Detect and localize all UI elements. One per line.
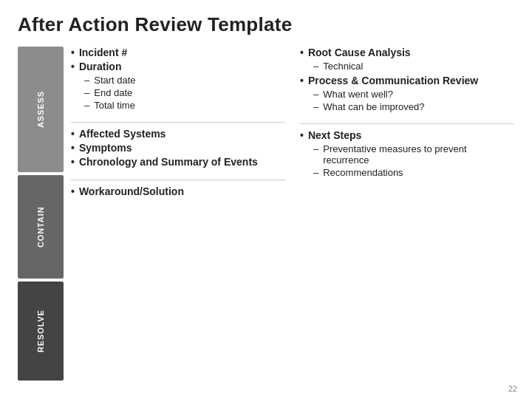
resolve-left: Workaround/Solution bbox=[71, 185, 285, 376]
technical-sub: Technical bbox=[300, 61, 514, 72]
right-column: Root Cause Analysis Technical Process & … bbox=[300, 47, 514, 381]
main-content: Incident # Duration Start date End date bbox=[71, 47, 514, 381]
sidebar-contain: CONTAIN bbox=[18, 175, 64, 279]
page-number: 22 bbox=[508, 384, 517, 393]
what-improved-sub: What can be improved? bbox=[300, 101, 514, 112]
assess-left: Incident # Duration Start date End date bbox=[71, 47, 285, 112]
duration-bullet: Duration bbox=[71, 61, 285, 72]
total-time-sub: Total time bbox=[71, 100, 285, 111]
sidebar: ASSESS CONTAIN RESOLVE bbox=[18, 47, 64, 381]
divider-right-1 bbox=[300, 123, 514, 124]
contain-left: Affected Systems Symptoms Chronology and… bbox=[71, 128, 285, 170]
end-date-sub: End date bbox=[71, 87, 285, 98]
divider-2 bbox=[71, 180, 285, 180]
page: After Action Review Template ASSESS CONT… bbox=[0, 0, 532, 399]
left-column: Incident # Duration Start date End date bbox=[71, 47, 285, 381]
content-area: ASSESS CONTAIN RESOLVE Incident # bbox=[18, 47, 514, 381]
sidebar-resolve: RESOLVE bbox=[18, 282, 64, 381]
what-went-well-sub: What went well? bbox=[300, 89, 514, 100]
incident-bullet: Incident # bbox=[71, 47, 285, 58]
process-comm-bullet: Process & Communication Review bbox=[300, 75, 514, 86]
workaround-bullet: Workaround/Solution bbox=[71, 185, 285, 197]
page-title: After Action Review Template bbox=[18, 13, 514, 36]
preventative-sub: Preventative measures to prevent recurre… bbox=[300, 143, 514, 166]
start-date-sub: Start date bbox=[71, 75, 285, 86]
next-steps-section: Next Steps Preventative measures to prev… bbox=[300, 129, 514, 180]
symptoms-bullet: Symptoms bbox=[71, 142, 285, 154]
next-steps-bullet: Next Steps bbox=[300, 129, 514, 141]
chronology-bullet: Chronology and Summary of Events bbox=[71, 156, 285, 168]
assess-right: Root Cause Analysis Technical Process & … bbox=[300, 47, 514, 114]
two-column-layout: Incident # Duration Start date End date bbox=[71, 47, 514, 381]
recommendations-sub: Recommendations bbox=[300, 167, 514, 178]
divider-1 bbox=[71, 122, 285, 123]
root-cause-bullet: Root Cause Analysis bbox=[300, 47, 514, 58]
sidebar-assess: ASSESS bbox=[18, 47, 64, 172]
affected-systems-bullet: Affected Systems bbox=[71, 128, 285, 140]
